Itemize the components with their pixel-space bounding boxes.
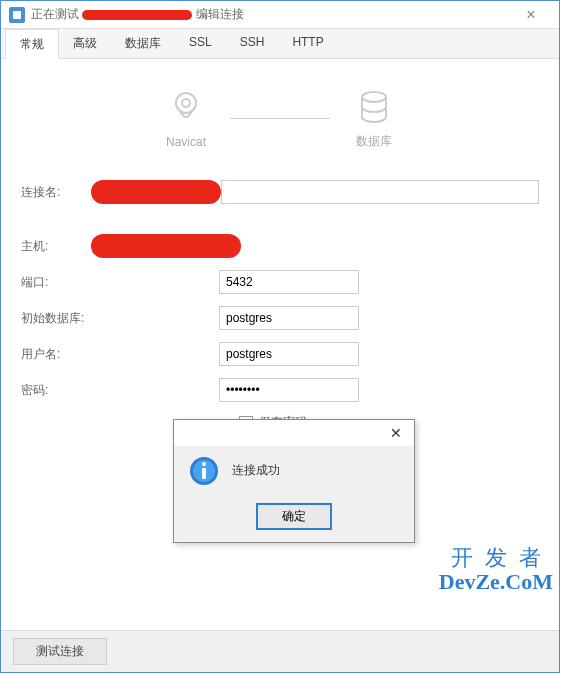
pass-input[interactable] (219, 378, 359, 402)
svg-point-1 (176, 93, 196, 113)
dialog-window: 正在测试 编辑连接 × 常规 高级 数据库 SSL SSH HTTP Navic… (0, 0, 560, 673)
port-input[interactable] (219, 270, 359, 294)
redacted-conn-name (91, 180, 221, 204)
close-icon[interactable]: × (511, 6, 551, 24)
redacted-host (91, 234, 241, 258)
diagram-connector (230, 118, 330, 119)
tab-advanced[interactable]: 高级 (59, 29, 111, 58)
initdb-input[interactable] (219, 306, 359, 330)
footer-bar: 测试连接 (1, 630, 559, 672)
diagram-left-label: Navicat (166, 135, 206, 149)
modal-close-icon[interactable]: ✕ (382, 425, 410, 441)
svg-rect-7 (202, 468, 206, 479)
navicat-icon (166, 89, 206, 129)
content-area: Navicat 数据库 连接名: 主机: 端口: (1, 59, 559, 630)
svg-rect-0 (13, 11, 21, 19)
svg-point-6 (202, 462, 206, 466)
watermark: 开发者 DevZe.CoM (439, 546, 553, 594)
redacted-title (82, 10, 192, 20)
info-icon (188, 455, 220, 487)
tab-ssh[interactable]: SSH (226, 29, 279, 58)
svg-point-3 (362, 92, 386, 102)
tab-ssl[interactable]: SSL (175, 29, 226, 58)
database-icon (354, 87, 394, 127)
modal-titlebar: ✕ (174, 420, 414, 446)
success-dialog: ✕ 连接成功 确定 (173, 419, 415, 543)
modal-ok-button[interactable]: 确定 (256, 503, 332, 530)
modal-message: 连接成功 (232, 462, 280, 479)
app-icon (9, 7, 25, 23)
titlebar: 正在测试 编辑连接 × (1, 1, 559, 29)
conn-name-input[interactable] (221, 180, 539, 204)
host-label: 主机: (21, 238, 101, 255)
user-label: 用户名: (21, 346, 101, 363)
conn-name-label: 连接名: (21, 184, 101, 201)
port-label: 端口: (21, 274, 101, 291)
user-input[interactable] (219, 342, 359, 366)
tab-bar: 常规 高级 数据库 SSL SSH HTTP (1, 29, 559, 59)
tab-database[interactable]: 数据库 (111, 29, 175, 58)
test-connection-button[interactable]: 测试连接 (13, 638, 107, 665)
tab-general[interactable]: 常规 (5, 29, 59, 59)
window-title: 正在测试 编辑连接 (31, 6, 244, 23)
initdb-label: 初始数据库: (21, 310, 101, 327)
diagram-right-label: 数据库 (356, 133, 392, 150)
connection-diagram: Navicat 数据库 (21, 87, 539, 150)
tab-http[interactable]: HTTP (278, 29, 337, 58)
pass-label: 密码: (21, 382, 101, 399)
svg-point-2 (182, 99, 190, 107)
